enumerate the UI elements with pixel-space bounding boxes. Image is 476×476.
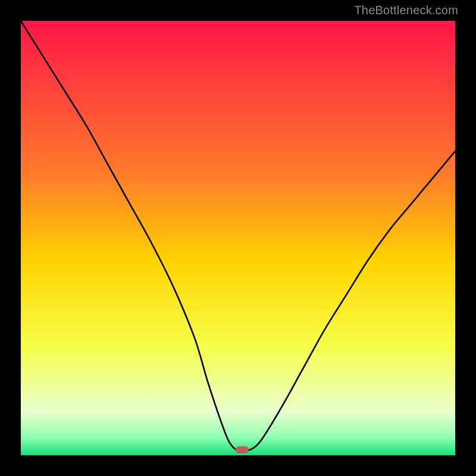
plot-area: [21, 21, 455, 455]
watermark-label: TheBottleneck.com: [354, 4, 458, 17]
bottleneck-curve: [21, 21, 455, 455]
optimal-point-marker: [236, 446, 249, 453]
chart-frame: TheBottleneck.com: [0, 0, 476, 476]
